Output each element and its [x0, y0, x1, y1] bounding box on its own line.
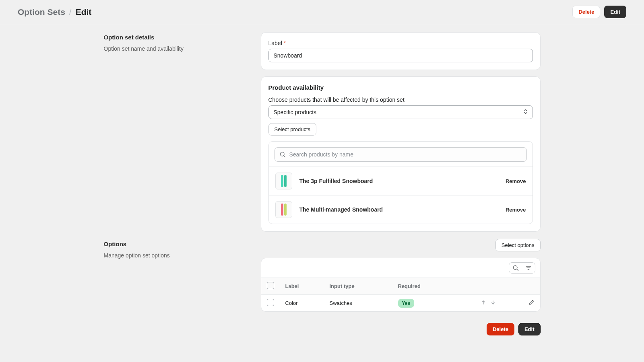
edit-button[interactable]: Edit	[604, 6, 626, 18]
product-row: The 3p Fulfilled Snowboard Remove	[269, 167, 533, 195]
availability-card: Product availability Choose products tha…	[261, 76, 541, 232]
availability-title: Product availability	[268, 84, 533, 91]
product-row: The Multi-managed Snowboard Remove	[269, 195, 533, 224]
product-search-input[interactable]	[275, 147, 527, 162]
arrow-down-icon	[490, 300, 496, 305]
table-search-filter-group	[509, 262, 535, 274]
availability-subtext: Choose products that will be affected by…	[268, 97, 533, 103]
options-section-desc: Manage option set options	[104, 252, 253, 259]
arrow-up-icon	[481, 300, 486, 305]
product-list-box: The 3p Fulfilled Snowboard Remove The Mu…	[268, 141, 533, 224]
table-search-button[interactable]	[509, 263, 522, 273]
row-checkbox[interactable]	[267, 299, 274, 306]
select-options-button[interactable]: Select options	[495, 239, 541, 251]
breadcrumb-current: Edit	[76, 7, 92, 17]
options-table-card: Label Input type Required Color Swatches…	[261, 258, 541, 312]
row-input-type: Swatches	[324, 295, 392, 312]
product-remove-link[interactable]: Remove	[506, 178, 526, 184]
options-edit-button[interactable]: Edit	[518, 323, 541, 335]
pencil-icon	[528, 299, 535, 306]
options-section-title: Options	[104, 241, 253, 247]
label-field-label: Label	[268, 40, 282, 46]
move-up-button[interactable]	[481, 300, 486, 306]
row-edit-button[interactable]	[528, 299, 535, 307]
product-name: The Multi-managed Snowboard	[299, 206, 383, 213]
row-required-badge: Yes	[398, 299, 415, 308]
delete-button[interactable]: Delete	[572, 6, 600, 18]
search-icon	[512, 265, 519, 271]
select-products-button[interactable]: Select products	[268, 123, 317, 136]
product-name: The 3p Fulfilled Snowboard	[299, 178, 373, 184]
breadcrumb: Option Sets / Edit	[18, 7, 91, 17]
table-row: Color Swatches Yes	[261, 295, 540, 312]
filter-icon	[525, 265, 532, 271]
label-card: Label *	[261, 32, 541, 70]
required-asterisk: *	[284, 40, 286, 46]
search-icon	[279, 151, 286, 158]
svg-point-0	[280, 152, 284, 156]
col-input-type: Input type	[324, 278, 392, 295]
breadcrumb-separator: /	[69, 7, 72, 17]
label-input[interactable]	[268, 49, 533, 62]
product-thumb	[275, 173, 292, 189]
details-section-title: Option set details	[104, 34, 253, 41]
breadcrumb-root[interactable]: Option Sets	[18, 7, 65, 17]
table-filter-button[interactable]	[522, 263, 535, 273]
product-remove-link[interactable]: Remove	[506, 207, 526, 213]
move-down-button[interactable]	[490, 300, 496, 306]
page-header: Option Sets / Edit Delete Edit	[0, 0, 644, 24]
col-label: Label	[280, 278, 324, 295]
svg-point-1	[513, 265, 517, 269]
details-section-desc: Option set name and availability	[104, 45, 253, 52]
col-required: Required	[392, 278, 461, 295]
options-delete-button[interactable]: Delete	[487, 323, 514, 335]
product-thumb	[275, 201, 292, 218]
select-all-checkbox[interactable]	[267, 282, 274, 289]
availability-select[interactable]	[268, 105, 533, 119]
row-label: Color	[280, 295, 324, 312]
header-actions: Delete Edit	[572, 6, 626, 18]
